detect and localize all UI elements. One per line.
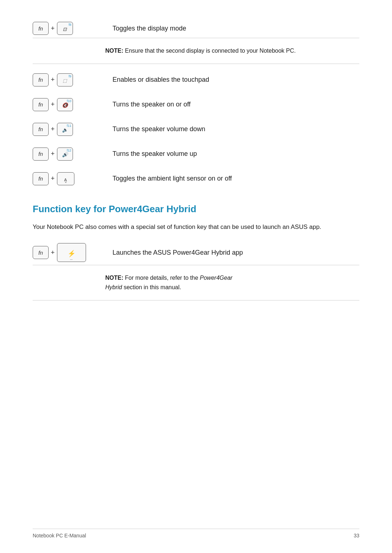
f12-label: f12 (67, 149, 72, 152)
volume-up-description: Turns the speaker volume up (113, 150, 359, 158)
plus-sign-f12: + (51, 150, 55, 158)
ambient-sub-label: ☀ (65, 181, 67, 184)
key-combo-f12: fn + f12 🔊 (33, 148, 105, 161)
divider-f8-note-end (33, 64, 359, 64)
volume-down-description: Turns the speaker volume down (113, 125, 359, 133)
f8-label: f8 (69, 23, 72, 27)
divider-power4gear-note-end (33, 300, 359, 300)
footer-left: Notebook PC E-Manual (33, 533, 86, 538)
plus-sign-f11: + (51, 125, 55, 133)
key-combo-f8: fn + f8 ⊡ (33, 22, 105, 35)
speaker-toggle-description: Turns the speaker on or off (113, 101, 359, 108)
plus-sign-power4gear: + (51, 249, 55, 257)
f8-key: f8 ⊡ (57, 22, 73, 35)
fn-key-f10: fn (33, 98, 49, 111)
note-display-text: NOTE: Ensure that the second display is … (105, 48, 296, 54)
key-row-display-toggle: fn + f8 ⊡ Toggles the display mode (33, 22, 359, 35)
f11-label: f11 (67, 124, 72, 128)
section-body: Your Notebook PC also comes with a speci… (33, 222, 359, 233)
section-title: Function key for Power4Gear Hybrid (33, 203, 359, 215)
key-combo-power4gear: fn + ⚡ — (33, 243, 105, 262)
f9-key: f9 ⬚ (57, 73, 73, 86)
fn-key-f11: fn (33, 123, 49, 136)
note-display: NOTE: Ensure that the second display is … (105, 42, 359, 60)
divider-f8-note (33, 38, 359, 38)
plus-sign: + (51, 25, 55, 32)
key-row-volume-up: fn + f12 🔊 Turns the speaker volume up (33, 148, 359, 161)
fn-key-f9: fn (33, 73, 49, 86)
mute-icon: 🔇 (62, 102, 68, 108)
note-power4gear-text: NOTE: For more details, refer to the Pow… (105, 275, 232, 290)
f11-key: f11 🔈 (57, 123, 73, 136)
page-footer: Notebook PC E-Manual 33 (33, 529, 359, 538)
key-row-speaker-toggle: fn + f10 🔇 Turns the speaker on or off (33, 98, 359, 111)
key-row-ambient: fn + A ☀ Toggles the ambient light senso… (33, 172, 359, 185)
key-combo-f10: fn + f10 🔇 (33, 98, 105, 111)
volume-up-icon: 🔊 (62, 152, 68, 157)
note-power4gear: NOTE: For more details, refer to the Pow… (105, 269, 359, 296)
plus-sign-a: + (51, 175, 55, 182)
f9-label: f9 (69, 74, 72, 78)
power4gear-description: Launches the ASUS Power4Gear Hybrid app (113, 249, 359, 257)
volume-down-icon: 🔈 (62, 127, 68, 133)
a-key: A ☀ (57, 172, 74, 185)
key-combo-f9: fn + f9 ⬚ (33, 73, 105, 86)
power4gear-icon: ⚡ (68, 250, 75, 258)
key-combo-f11: fn + f11 🔈 (33, 123, 105, 136)
display-icon: ⊡ (63, 27, 67, 32)
touchpad-description: Enables or disables the touchpad (113, 76, 359, 84)
power4gear-key: ⚡ — (57, 243, 86, 262)
f10-label: f10 (67, 99, 72, 103)
touchpad-icon: ⬚ (63, 78, 67, 83)
fn-key: fn (33, 22, 49, 35)
key-combo-a: fn + A ☀ (33, 172, 105, 185)
key-row-power4gear: fn + ⚡ — Launches the ASUS Power4Gear Hy… (33, 243, 359, 262)
f10-key: f10 🔇 (57, 98, 73, 111)
plus-sign-f10: + (51, 101, 55, 108)
display-toggle-description: Toggles the display mode (113, 25, 359, 32)
fn-key-power4gear: fn (33, 246, 49, 259)
key-row-touchpad: fn + f9 ⬚ Enables or disables the touchp… (33, 73, 359, 86)
plus-sign-f9: + (51, 76, 55, 84)
page-number: 33 (354, 533, 359, 538)
f12-key: f12 🔊 (57, 148, 73, 161)
fn-key-f12: fn (33, 148, 49, 161)
key-row-volume-down: fn + f11 🔈 Turns the speaker volume down (33, 123, 359, 136)
power4gear-sub: — (70, 258, 73, 261)
page-content: fn + f8 ⊡ Toggles the display mode NOTE:… (0, 0, 392, 332)
fn-key-a: fn (33, 172, 49, 185)
ambient-description: Toggles the ambient light sensor on or o… (113, 175, 359, 182)
divider-power4gear-note (33, 265, 359, 265)
